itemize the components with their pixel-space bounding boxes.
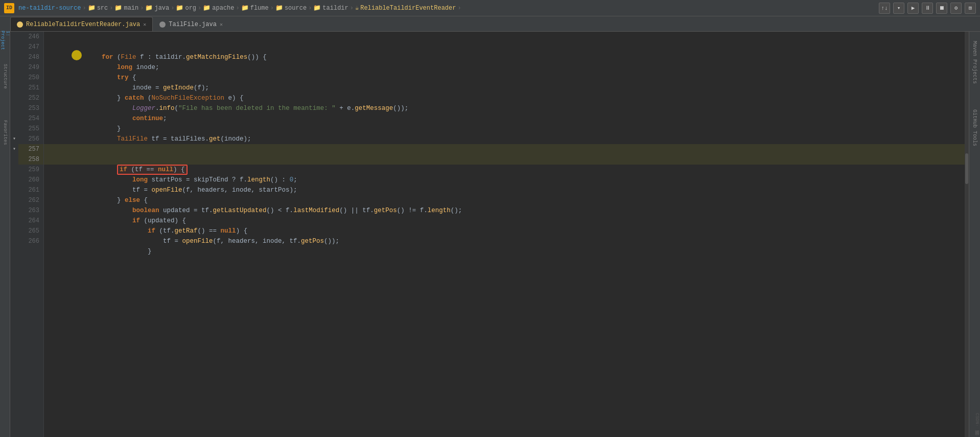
code-line-264: if (tf.getRaf() == null) {: [44, 216, 965, 226]
fold-260: [10, 175, 18, 185]
minimap-scrollbar[interactable]: [965, 32, 969, 437]
ln-252: 252: [18, 93, 43, 103]
bc-org[interactable]: org: [185, 5, 196, 12]
code-line-248: long inode;: [44, 52, 965, 62]
scroll-thumb[interactable]: [965, 153, 968, 184]
left-sidebar: 1: Project Structure Favorites: [0, 32, 10, 437]
ln-262: 262: [18, 195, 43, 205]
bc-flume[interactable]: flume: [250, 5, 269, 12]
layout-btn[interactable]: ⊞: [965, 3, 976, 14]
code-line-254: }: [44, 113, 965, 124]
fold-250: [10, 73, 18, 83]
fold-259: [10, 165, 18, 175]
bc-folder-icon3: 📁: [145, 4, 153, 12]
code-line-252: Logger.info("File has been deleted in th…: [44, 93, 965, 103]
watermark: CSDN·博客园: [973, 413, 980, 427]
right-sidebar: Maven Projects GitHub Tools CSDN·博客园: [969, 32, 980, 437]
line-numbers: 246 247 248 249 250 251 252 253 254 255 …: [18, 32, 44, 437]
dropdown-btn[interactable]: ▾: [893, 3, 904, 14]
code-line-250: inode = getInode(f);: [44, 73, 965, 83]
stop-btn[interactable]: ⏹: [936, 3, 947, 14]
fold-261: [10, 185, 18, 195]
ln-256: 256: [18, 134, 43, 144]
ln-251: 251: [18, 83, 43, 93]
bc-classname[interactable]: ReliableTaildirEventReader: [360, 5, 456, 12]
ln-255: 255: [18, 124, 43, 134]
bc-main[interactable]: main: [124, 5, 138, 12]
sort-btn[interactable]: ↑↓: [879, 3, 890, 14]
project-panel-btn[interactable]: 1: Project: [1, 36, 10, 45]
fold-251: [10, 83, 18, 93]
run-btn[interactable]: ▶: [907, 3, 919, 14]
app-logo: ID: [4, 3, 14, 13]
tab-icon-inactive: [159, 21, 166, 28]
fold-255: [10, 124, 18, 134]
bc-folder-icon6: 📁: [241, 4, 249, 12]
fold-257[interactable]: ▾: [10, 144, 18, 154]
bc-taildir[interactable]: taildir: [322, 5, 348, 12]
code-line-257: //atguigu: [44, 144, 965, 154]
ln-246: 246: [18, 32, 43, 42]
bc-folder-icon8: 📁: [313, 4, 321, 12]
fold-248: [10, 52, 18, 62]
bc-folder-icon7: 📁: [275, 4, 283, 12]
code-line-251: } catch (NoSuchFileException e) {: [44, 83, 965, 93]
bc-src[interactable]: src: [97, 5, 108, 12]
ln-265: 265: [18, 226, 43, 236]
code-lines[interactable]: for (File f : taildir.getMatchingFiles()…: [44, 32, 965, 437]
pause-btn[interactable]: ⏸: [922, 3, 933, 14]
bc-folder-icon2: 📁: [114, 4, 122, 12]
code-line-260: tf = openFile(f, headers, inode, startPo…: [44, 175, 965, 185]
fold-265: [10, 226, 18, 236]
fold-246: [10, 32, 18, 42]
ln-250: 250: [18, 73, 43, 83]
close-tab-2[interactable]: ✕: [220, 21, 223, 28]
code-line-246: [44, 32, 965, 42]
tab-icon-active: [17, 21, 23, 28]
bc-source[interactable]: source: [285, 5, 307, 12]
ln-254: 254: [18, 113, 43, 124]
github-tools-label[interactable]: GitHub Tools: [971, 107, 978, 148]
gutter: ▾ ▾: [10, 32, 18, 437]
code-line-259: long startPos = skipToEnd ? f.length() :…: [44, 165, 965, 175]
fold-266: [10, 236, 18, 246]
main-layout: 1: Project Structure Favorites ▾ ▾: [0, 32, 980, 437]
close-tab-1[interactable]: ✕: [143, 21, 146, 28]
code-container[interactable]: ▾ ▾ 246 247 248 249 250 251 252: [10, 32, 969, 437]
bc-class-icon: ☕: [355, 4, 359, 12]
code-line-253: continue;: [44, 103, 965, 113]
ln-247: 247: [18, 42, 43, 52]
code-line-247: for (File f : taildir.getMatchingFiles()…: [44, 42, 965, 52]
bc-apache[interactable]: apache: [212, 5, 234, 12]
structure-panel-btn[interactable]: Structure: [1, 72, 10, 81]
ln-253: 253: [18, 103, 43, 113]
maven-projects-label[interactable]: Maven Projects: [971, 39, 978, 86]
tab-tailfile[interactable]: TailFile.java ✕: [153, 17, 229, 31]
code-line-255: TailFile tf = tailFiles.get(inode);: [44, 124, 965, 134]
fold-258: [10, 154, 18, 165]
bc-folder-icon4: 📁: [176, 4, 183, 12]
ln-260: 260: [18, 175, 43, 185]
settings-btn[interactable]: ⚙: [950, 3, 962, 14]
bc-folder-icon: 📁: [88, 4, 96, 12]
ln-263: 263: [18, 205, 43, 216]
bc-folder-icon5: 📁: [203, 4, 211, 12]
code-line-265: tf = openFile(f, headers, inode, tf.getP…: [44, 226, 965, 236]
code-line-249: try {: [44, 62, 965, 73]
tab-reliable-taildir[interactable]: ReliableTaildirEventReader.java ✕: [10, 17, 153, 31]
ln-261: 261: [18, 185, 43, 195]
bc-java[interactable]: java: [154, 5, 169, 12]
ln-257: 257: [18, 144, 43, 154]
ln-259: 259: [18, 165, 43, 175]
ln-266: 266: [18, 236, 43, 246]
fold-247: [10, 42, 18, 52]
code-line-261: } else {: [44, 185, 965, 195]
fold-256[interactable]: ▾: [10, 134, 18, 144]
ln-248: 248: [18, 52, 43, 62]
tab-label-1: ReliableTaildirEventReader.java: [26, 21, 140, 28]
code-line-256: //if (tf == null || !tf.getPath().equals…: [44, 134, 965, 144]
code-line-266: }: [44, 236, 965, 246]
bc-project[interactable]: ne-taildir-source: [18, 5, 81, 12]
favorites-panel-btn[interactable]: Favorites: [1, 128, 10, 137]
code-area: ▾ ▾ 246 247 248 249 250 251 252: [10, 32, 969, 437]
